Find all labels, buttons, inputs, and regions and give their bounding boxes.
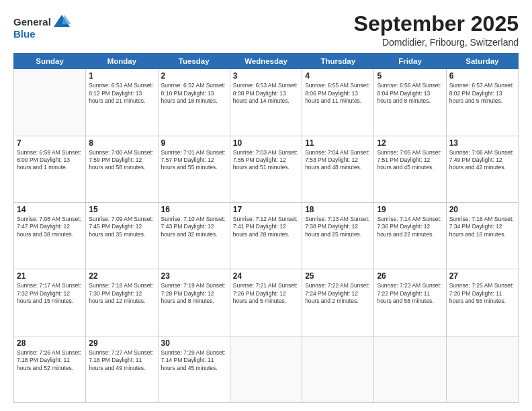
day-number: 21 (17, 271, 83, 281)
day-info: Sunrise: 7:12 AM Sunset: 7:41 PM Dayligh… (233, 216, 299, 238)
table-row: 30Sunrise: 7:29 AM Sunset: 7:14 PM Dayli… (158, 336, 230, 402)
calendar-header-row: Sunday Monday Tuesday Wednesday Thursday… (14, 54, 519, 69)
day-info: Sunrise: 7:17 AM Sunset: 7:32 PM Dayligh… (17, 282, 83, 305)
logo: General Blue (13, 12, 71, 40)
day-number: 30 (161, 338, 227, 348)
day-info: Sunrise: 7:03 AM Sunset: 7:55 PM Dayligh… (233, 149, 299, 172)
table-row: 25Sunrise: 7:22 AM Sunset: 7:24 PM Dayli… (302, 269, 374, 336)
day-info: Sunrise: 7:25 AM Sunset: 7:20 PM Dayligh… (449, 282, 515, 305)
table-row: 5Sunrise: 6:56 AM Sunset: 8:04 PM Daylig… (374, 69, 446, 136)
day-number: 20 (449, 205, 515, 214)
day-info: Sunrise: 7:09 AM Sunset: 7:45 PM Dayligh… (89, 216, 154, 238)
day-info: Sunrise: 7:21 AM Sunset: 7:26 PM Dayligh… (233, 282, 299, 305)
day-info: Sunrise: 7:26 AM Sunset: 7:18 PM Dayligh… (17, 349, 83, 372)
day-number: 27 (449, 271, 515, 281)
header: General Blue September 2025 Domdidier, F… (13, 12, 519, 48)
calendar-week-4: 28Sunrise: 7:26 AM Sunset: 7:18 PM Dayli… (14, 336, 519, 402)
day-number: 3 (233, 71, 299, 81)
header-friday: Friday (374, 54, 446, 69)
table-row (230, 336, 302, 402)
day-info: Sunrise: 6:59 AM Sunset: 8:00 PM Dayligh… (17, 149, 83, 172)
table-row: 27Sunrise: 7:25 AM Sunset: 7:20 PM Dayli… (446, 269, 518, 336)
table-row: 19Sunrise: 7:14 AM Sunset: 7:36 PM Dayli… (374, 202, 446, 269)
day-number: 19 (377, 205, 443, 214)
day-number: 25 (305, 271, 371, 281)
day-info: Sunrise: 7:18 AM Sunset: 7:30 PM Dayligh… (89, 282, 154, 305)
calendar-table: Sunday Monday Tuesday Wednesday Thursday… (13, 53, 519, 403)
day-number: 7 (17, 138, 83, 148)
table-row (14, 69, 86, 136)
logo-blue: Blue (13, 28, 36, 40)
day-info: Sunrise: 7:00 AM Sunset: 7:59 PM Dayligh… (89, 149, 154, 172)
day-number: 16 (161, 205, 227, 214)
table-row (446, 336, 518, 402)
header-sunday: Sunday (14, 54, 86, 69)
table-row: 15Sunrise: 7:09 AM Sunset: 7:45 PM Dayli… (86, 202, 158, 269)
logo-icon (52, 12, 71, 31)
day-info: Sunrise: 7:19 AM Sunset: 7:28 PM Dayligh… (161, 282, 227, 305)
page: General Blue September 2025 Domdidier, F… (0, 0, 532, 411)
day-number: 4 (305, 71, 371, 81)
table-row: 4Sunrise: 6:55 AM Sunset: 8:06 PM Daylig… (302, 69, 374, 136)
logo-general: General (13, 16, 51, 28)
day-number: 14 (17, 205, 83, 214)
table-row: 22Sunrise: 7:18 AM Sunset: 7:30 PM Dayli… (86, 269, 158, 336)
table-row: 17Sunrise: 7:12 AM Sunset: 7:41 PM Dayli… (230, 202, 302, 269)
day-number: 17 (233, 205, 299, 214)
table-row: 12Sunrise: 7:05 AM Sunset: 7:51 PM Dayli… (374, 136, 446, 202)
day-number: 18 (305, 205, 371, 214)
day-info: Sunrise: 7:10 AM Sunset: 7:43 PM Dayligh… (161, 216, 227, 238)
table-row: 20Sunrise: 7:16 AM Sunset: 7:34 PM Dayli… (446, 202, 518, 269)
day-info: Sunrise: 7:08 AM Sunset: 7:47 PM Dayligh… (17, 216, 83, 238)
table-row: 2Sunrise: 6:52 AM Sunset: 8:10 PM Daylig… (158, 69, 230, 136)
calendar-week-2: 14Sunrise: 7:08 AM Sunset: 7:47 PM Dayli… (14, 202, 519, 269)
day-info: Sunrise: 7:13 AM Sunset: 7:38 PM Dayligh… (305, 216, 371, 238)
day-number: 13 (449, 138, 515, 148)
header-thursday: Thursday (302, 54, 374, 69)
day-info: Sunrise: 7:06 AM Sunset: 7:49 PM Dayligh… (449, 149, 515, 172)
day-number: 2 (161, 71, 227, 81)
day-info: Sunrise: 7:29 AM Sunset: 7:14 PM Dayligh… (161, 349, 227, 372)
table-row: 26Sunrise: 7:23 AM Sunset: 7:22 PM Dayli… (374, 269, 446, 336)
table-row: 29Sunrise: 7:27 AM Sunset: 7:16 PM Dayli… (86, 336, 158, 402)
table-row: 10Sunrise: 7:03 AM Sunset: 7:55 PM Dayli… (230, 136, 302, 202)
title-block: September 2025 Domdidier, Fribourg, Swit… (354, 12, 519, 48)
table-row: 14Sunrise: 7:08 AM Sunset: 7:47 PM Dayli… (14, 202, 86, 269)
day-number: 29 (89, 338, 154, 348)
table-row: 13Sunrise: 7:06 AM Sunset: 7:49 PM Dayli… (446, 136, 518, 202)
day-number: 22 (89, 271, 154, 281)
day-info: Sunrise: 6:57 AM Sunset: 8:02 PM Dayligh… (449, 82, 515, 105)
day-info: Sunrise: 6:51 AM Sunset: 8:12 PM Dayligh… (89, 82, 154, 105)
day-info: Sunrise: 6:52 AM Sunset: 8:10 PM Dayligh… (161, 82, 227, 105)
table-row: 11Sunrise: 7:04 AM Sunset: 7:53 PM Dayli… (302, 136, 374, 202)
day-number: 8 (89, 138, 154, 148)
calendar-week-0: 1Sunrise: 6:51 AM Sunset: 8:12 PM Daylig… (14, 69, 519, 136)
table-row: 28Sunrise: 7:26 AM Sunset: 7:18 PM Dayli… (14, 336, 86, 402)
day-number: 23 (161, 271, 227, 281)
svg-marker-1 (62, 15, 71, 24)
day-number: 9 (161, 138, 227, 148)
calendar-week-1: 7Sunrise: 6:59 AM Sunset: 8:00 PM Daylig… (14, 136, 519, 202)
table-row: 1Sunrise: 6:51 AM Sunset: 8:12 PM Daylig… (86, 69, 158, 136)
table-row: 6Sunrise: 6:57 AM Sunset: 8:02 PM Daylig… (446, 69, 518, 136)
day-info: Sunrise: 7:05 AM Sunset: 7:51 PM Dayligh… (377, 149, 443, 172)
table-row: 23Sunrise: 7:19 AM Sunset: 7:28 PM Dayli… (158, 269, 230, 336)
day-info: Sunrise: 7:27 AM Sunset: 7:16 PM Dayligh… (89, 349, 154, 372)
table-row: 3Sunrise: 6:53 AM Sunset: 8:08 PM Daylig… (230, 69, 302, 136)
day-number: 24 (233, 271, 299, 281)
day-number: 5 (377, 71, 443, 81)
calendar-week-3: 21Sunrise: 7:17 AM Sunset: 7:32 PM Dayli… (14, 269, 519, 336)
header-tuesday: Tuesday (158, 54, 230, 69)
day-number: 12 (377, 138, 443, 148)
month-title: September 2025 (354, 12, 519, 36)
table-row (302, 336, 374, 402)
day-number: 10 (233, 138, 299, 148)
table-row: 8Sunrise: 7:00 AM Sunset: 7:59 PM Daylig… (86, 136, 158, 202)
table-row: 16Sunrise: 7:10 AM Sunset: 7:43 PM Dayli… (158, 202, 230, 269)
day-info: Sunrise: 7:01 AM Sunset: 7:57 PM Dayligh… (161, 149, 227, 172)
day-info: Sunrise: 6:53 AM Sunset: 8:08 PM Dayligh… (233, 82, 299, 105)
table-row: 7Sunrise: 6:59 AM Sunset: 8:00 PM Daylig… (14, 136, 86, 202)
day-info: Sunrise: 6:56 AM Sunset: 8:04 PM Dayligh… (377, 82, 443, 105)
table-row (374, 336, 446, 402)
day-info: Sunrise: 6:55 AM Sunset: 8:06 PM Dayligh… (305, 82, 371, 105)
